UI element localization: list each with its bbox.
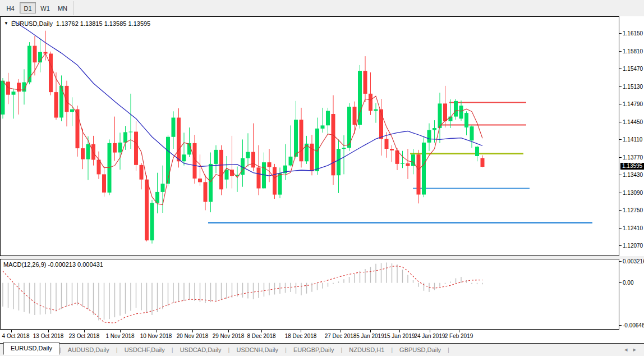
date-tick (341, 330, 341, 332)
date-axis-label: 27 Dec 2018 (325, 333, 357, 339)
candle (326, 111, 330, 125)
date-axis-label: 13 Oct 2018 (33, 333, 63, 339)
candle (161, 184, 165, 192)
candle (182, 154, 186, 161)
date-tick (120, 330, 121, 332)
price-axis-label: 1.14790 (619, 101, 643, 107)
date-axis-label: 24 Jan 2019 (414, 333, 445, 339)
tab-scroll-left-icon[interactable]: ◂ (624, 346, 633, 353)
candle (385, 139, 389, 149)
candle (198, 179, 202, 182)
timeframe-button-mn[interactable]: MN (54, 2, 71, 13)
price-axis-label: 1.14110 (619, 136, 642, 143)
chart-title-ohlc: 1.13762 1.13815 1.13585 1.13595 (56, 20, 150, 27)
candle (406, 163, 410, 166)
chart-tab-usdcad[interactable]: USDCAD,Daily (173, 345, 228, 355)
date-axis-label: 1 Nov 2018 (105, 333, 134, 339)
timeframe-button-h4[interactable]: H4 (2, 2, 19, 13)
date-axis-label: 18 Dec 2018 (285, 333, 317, 339)
chart-tab-gbpusd[interactable]: GBPUSD,Daily (393, 345, 448, 355)
date-tick (84, 330, 85, 332)
candle (315, 129, 319, 171)
candle (86, 144, 90, 159)
macd-axis: 0.0032160.00-0.006485 (619, 259, 644, 330)
candle (433, 128, 436, 130)
candle (17, 83, 21, 92)
candle (91, 144, 95, 160)
date-axis-label: 20 Nov 2018 (177, 333, 209, 339)
candle (294, 120, 298, 157)
macd-panel[interactable]: MACD(12,26,9) -0.000213 0.000431 (0, 259, 619, 330)
chart-tab-audusd[interactable]: AUDUSD,Daily (61, 345, 116, 355)
timeframe-button-d1[interactable]: D1 (20, 2, 36, 13)
candle (443, 103, 447, 121)
candle (353, 107, 357, 125)
candle (454, 101, 458, 117)
candle (129, 132, 133, 133)
candle (273, 167, 277, 195)
chart-tab-bar: EURUSD,Daily|AUDUSD,Daily|USDCHF,Daily|U… (0, 344, 644, 356)
macd-axis-label: 0.00 (619, 280, 633, 286)
price-axis-label: 1.15810 (619, 48, 643, 54)
price-axis[interactable]: 1.161501.158101.154701.151301.147901.144… (619, 16, 644, 256)
price-axis-label: 1.13770 (619, 154, 643, 161)
candle (481, 158, 485, 167)
price-chart-canvas[interactable] (1, 17, 619, 255)
price-axis-label: 1.16150 (619, 30, 643, 36)
chart-tab-eurusd[interactable]: EURUSD,Daily (3, 342, 59, 355)
candle (1, 81, 5, 115)
candle (204, 182, 208, 202)
tab-separator: | (448, 346, 449, 353)
price-axis-label: 1.12410 (619, 225, 643, 231)
symbol-dropdown-icon[interactable]: ▼ (4, 21, 8, 26)
macd-canvas[interactable] (1, 259, 619, 329)
candle (251, 152, 255, 168)
date-tick (192, 330, 193, 332)
date-tick (370, 330, 371, 332)
date-axis-label: 15 Jan 2019 (384, 333, 415, 339)
candle (342, 148, 346, 149)
candle (118, 143, 122, 153)
candle (464, 113, 468, 127)
candle (278, 174, 282, 195)
candle (225, 170, 229, 180)
price-axis-label: 1.15130 (619, 84, 643, 90)
candle (123, 132, 127, 143)
candle (49, 54, 53, 93)
tab-scroll-right-icon[interactable]: ▸ (633, 346, 642, 353)
candle (27, 46, 31, 83)
current-price-tag: 1.13595 (620, 163, 644, 170)
date-tick (11, 330, 12, 332)
timeframe-toolbar: H4D1W1MN (0, 0, 644, 17)
price-chart-panel[interactable]: ▼EURUSD,Daily 1.13762 1.13815 1.13585 1.… (0, 16, 619, 256)
timeframe-button-w1[interactable]: W1 (37, 2, 53, 13)
candle (12, 92, 16, 95)
candle (219, 150, 223, 189)
chart-tab-nzdusd[interactable]: NZDUSD,H1 (342, 345, 391, 355)
candle (177, 118, 181, 162)
price-axis-label: 1.12070 (619, 243, 643, 249)
candle (321, 125, 325, 129)
candle (134, 132, 138, 165)
date-axis-label: 5 Jan 2019 (356, 333, 384, 339)
candle (70, 109, 74, 112)
candle (459, 106, 463, 118)
chart-tab-usdchf[interactable]: USDCHF,Daily (118, 345, 172, 355)
date-axis-label: 10 Nov 2018 (140, 333, 172, 339)
macd-axis-label: -0.006485 (619, 322, 644, 328)
chart-tab-usdcnh[interactable]: USDCNH,Daily (229, 345, 285, 355)
macd-label: MACD(12,26,9) -0.000213 0.000431 (3, 261, 103, 268)
date-tick (301, 330, 301, 332)
candle (332, 114, 335, 175)
date-axis[interactable]: 4 Oct 201813 Oct 201823 Oct 20181 Nov 20… (0, 330, 644, 343)
chart-tab-eurgbp[interactable]: EURGBP,Daily (287, 345, 341, 355)
candle (427, 130, 431, 143)
date-tick (48, 330, 49, 332)
candle (108, 143, 112, 193)
candle (150, 203, 154, 240)
macd-axis-label: 0.003216 (619, 258, 644, 264)
toolbar-separator (73, 1, 73, 15)
candle (337, 149, 341, 175)
candle (113, 143, 117, 153)
price-axis-label: 1.12750 (619, 207, 643, 213)
